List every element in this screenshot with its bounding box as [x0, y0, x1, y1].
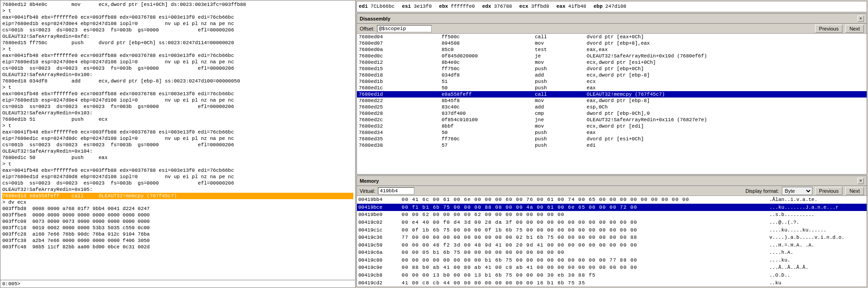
console-line: cs=001b ss=0023 ds=0023 es=0023 fs=003b … [2, 65, 353, 72]
mem-addr-cell: 00419c9e [357, 264, 400, 272]
disasm-row[interactable]: 7680ed1c50pusheax [357, 85, 867, 91]
mem-addr-cell: 00419bb4 [357, 196, 400, 204]
disasm-cell: 50 [440, 85, 533, 91]
disasm-cell: 7680ed22 [357, 98, 440, 104]
disasm-row[interactable]: 7680ed128b4e0cmovecx,dword ptr [esi+0Ch] [357, 59, 867, 66]
disasm-row[interactable]: 7680ed1de8a558feffcallOLEAUT32!memcpy (7… [357, 91, 867, 98]
disasm-cell: esp,0Ch [585, 104, 867, 110]
disasm-cell: edi [585, 142, 867, 149]
mem-ascii-cell: ...H.=.H.A. .A. [768, 241, 867, 249]
display-format-select[interactable]: Byte Short DWord QWord Float Double ASCI… [782, 187, 812, 195]
memory-controls: ✕ [858, 178, 864, 184]
memory-toolbar: Virtual: Display format: Byte Short DWor… [357, 186, 867, 196]
virtual-input[interactable] [378, 187, 414, 195]
disasm-row[interactable]: 7680ed0c0f845d020000jeOLEAUT32!SafeArray… [357, 53, 867, 59]
reg-edx: edx 376788 [482, 3, 512, 10]
memory-row[interactable]: 00419c9e00 88 b0 ab 41 00 80 ab 41 00 c8… [357, 264, 867, 272]
disasm-row[interactable]: 7680ed3857pushedi [357, 142, 867, 149]
disasm-row[interactable]: 7680ed35ff760cpushdvord ptr [esi+0Ch] [357, 136, 867, 142]
disasm-cell: 7680ed04 [357, 34, 440, 40]
mem-ascii-cell: ....ku. [768, 257, 867, 264]
disasm-cell: eax,eax [585, 46, 867, 53]
disasm-cell: eax [585, 129, 867, 136]
disasm-cell: e8a558feff [440, 91, 533, 98]
disasm-cell: 7680ed2c [357, 117, 440, 123]
memory-previous-button[interactable]: Previous [815, 187, 843, 195]
disasm-cell: 8b45f8 [440, 98, 533, 104]
disasm-cell: dvord ptr [eax+0Ch] [585, 34, 867, 40]
disasm-cell: OLEAUT32!SafeArrayRedin+0x116 (76827e7e) [585, 117, 867, 123]
disasm-cell: add [533, 72, 585, 78]
console-line: 003ffc38 a2b4 7e66 0000 0000 0000 0000 f… [2, 237, 353, 244]
close-icon[interactable]: ✕ [858, 15, 864, 22]
mem-addr-cell: 00419c02 [357, 219, 400, 226]
console-output[interactable]: 7680ed12 8b4e0c mov ecx,dword ptr [esi+0… [0, 0, 355, 280]
disasm-row[interactable]: 7680ed28837df400cmpdword ptr [ebp-0Ch],0 [357, 110, 867, 117]
mem-ascii-cell: ...Å..Å..Å.Å. [768, 264, 867, 272]
memory-row[interactable]: 00419c6a00 00 05 b1 6b 75 00 00 00 00 00… [357, 249, 867, 257]
memory-next-button[interactable]: Next [845, 187, 864, 195]
command-input-field[interactable] [22, 281, 353, 287]
memory-row[interactable]: 00419c5000 00 00 48 f2 3d 00 48 9d 41 00… [357, 241, 867, 249]
disasm-cell: 7680ed0a [357, 46, 440, 53]
disasm-cell: cmp [533, 110, 585, 117]
disasm-next-button[interactable]: Next [845, 25, 864, 33]
disasm-cell: 7680ed28 [357, 110, 440, 117]
reg-esi: esi 3e13f0 [402, 3, 432, 10]
memory-row[interactable]: 00419be000 00 62 00 00 00 00 62 00 00 00… [357, 211, 867, 219]
reg-ecx: ecx 3ffbd8 [519, 3, 549, 10]
disasm-cell: eax,dword ptr [ebp-8] [585, 98, 867, 104]
offset-input[interactable] [377, 25, 432, 32]
disasm-previous-button[interactable]: Previous [815, 25, 843, 33]
mem-addr-cell: 00419c1c [357, 226, 400, 234]
console-line: > t [2, 161, 353, 167]
memory-row[interactable]: 00419bb400 41 6c 00 61 00 6e 00 00 00 69… [357, 196, 867, 204]
disasm-cell: 7680ed32 [357, 123, 440, 129]
disasm-row[interactable]: 7680ed3450pusheax [357, 129, 867, 136]
disasm-row[interactable]: 7680ed228b45f8moveax,dword ptr [ebp-8] [357, 98, 867, 104]
mem-addr-cell: 00419cd2 [357, 279, 400, 287]
disasm-row[interactable]: 7680ed2583c40caddesp,0Ch [357, 104, 867, 110]
disasm-row[interactable]: 7680ed1b51pushecx [357, 78, 867, 85]
disasm-cell: 57 [440, 142, 533, 149]
disasm-cell: OLEAUT32!memcpy (767f45c7) [585, 91, 867, 98]
disasm-cell: test [533, 46, 585, 53]
memory-row[interactable]: 00419c8000 00 00 00 00 00 00 00 b1 6b 75… [357, 257, 867, 264]
memory-row[interactable]: 00419bce00 f1 b1 6b 75 00 00 00 88 08 00… [357, 204, 867, 211]
registers-row-1: edi 7CLb66bc esi 3e13f0 ebx ffffffe0 edx… [359, 3, 865, 10]
console-line: 003ffbe8 0000 0000 0000 0000 0000 0000 0… [2, 212, 353, 218]
disasm-cell: 7680ed38 [357, 142, 440, 149]
console-line: eax=0041fb48 ebx=ffffffe0 ecx=003ffb88 e… [2, 167, 353, 174]
memory-table: 00419bb400 41 6c 00 61 00 6e 00 00 00 69… [357, 196, 867, 287]
disasm-row[interactable]: 7680ed328bbfmovecx,dword ptr [edi] [357, 123, 867, 129]
memory-panel: Memory ✕ Virtual: Display format: Byte S… [356, 175, 867, 287]
virtual-label: Virtual: [360, 188, 375, 194]
memory-row[interactable]: 00419cd241 00 c8 cb 44 00 00 00 00 00 00… [357, 279, 867, 287]
disasm-row[interactable]: 7680ed18034df8addecx,dword ptr [ebp-8] [357, 72, 867, 78]
mem-ascii-cell: ....ku.....ku...... [768, 226, 867, 234]
disasm-cell: jne [533, 117, 585, 123]
disasm-row[interactable]: 7680ed2c0f854c910100jneOLEAUT32!SafeArra… [357, 117, 867, 123]
close-icon-memory[interactable]: ✕ [858, 178, 864, 184]
disasm-cell: 7680ed0c [357, 53, 440, 59]
disasm-cell: 837df400 [440, 110, 533, 117]
disasm-cell: 7680ed18 [357, 72, 440, 78]
disasm-row[interactable]: 7680ed04ff500ccalldvord ptr [eax+0Ch] [357, 34, 867, 40]
disasm-row[interactable]: 7680ed07894508movdvord ptr [ebp+8],eax [357, 40, 867, 46]
disasm-cell: ecx,dword ptr [edi] [585, 123, 867, 129]
reg-eax: eax 41fb48 [557, 3, 586, 10]
console-line: OLEAUT32!SafeArrayRedin+0x103: [2, 110, 353, 116]
disasm-row[interactable]: 7680ed0a85c0testeax,eax [357, 46, 867, 53]
mem-hex-cell: 00 00 00 13 b0 00 00 13 b1 6b 75 00 00 0… [400, 272, 768, 279]
disasm-cell: 0f854c910100 [440, 117, 533, 123]
memory-row[interactable]: 00419c0200 e4 40 00 f0 d4 3d 00 28 da 3f… [357, 219, 867, 226]
memory-row[interactable]: 00419c1c00 0f 1b 6b 75 00 00 00 0f 1b 6b… [357, 226, 867, 234]
memory-row[interactable]: 00419c3677 00 00 00 00 00 00 00 00 00 00… [357, 234, 867, 242]
disasm-row[interactable]: 7680ed15ff750cpushdvord ptr [ebp+0Ch] [357, 66, 867, 72]
console-line: eip=7680ed1b esp=0247d0e4 ebp=0247d108 i… [2, 21, 353, 27]
command-input-bar[interactable]: 0:005> [0, 280, 355, 288]
console-line: 003ffbd8 0008 0000 a768 01f7 9bb4 0041 d… [2, 206, 353, 212]
disassembly-content[interactable]: 7680ed04ff500ccalldvord ptr [eax+0Ch]768… [357, 34, 867, 174]
memory-content[interactable]: 00419bb400 41 6c 00 61 00 6e 00 00 00 69… [357, 196, 867, 287]
memory-row[interactable]: 00419cb800 00 00 13 b0 00 00 13 b1 6b 75… [357, 272, 867, 279]
